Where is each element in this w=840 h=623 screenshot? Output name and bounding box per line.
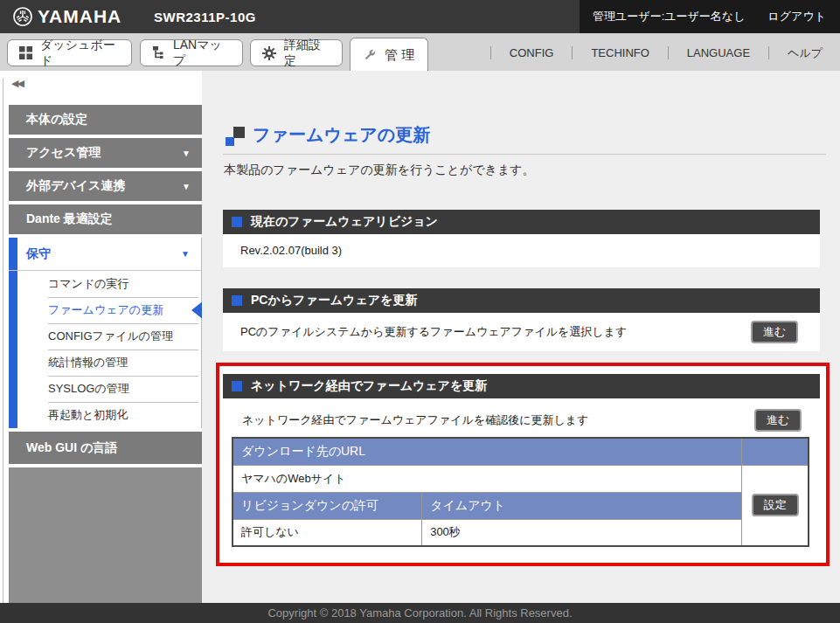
section-update-via-network-highlighted: ネットワーク経由でファームウェアを更新 ネットワーク経由でファームウェアファイル…: [216, 363, 830, 566]
revision-down-header: リビジョンダウンの許可: [233, 492, 422, 519]
link-separator: [668, 46, 669, 59]
tab-lan-map-label: LANマップ: [173, 38, 231, 69]
timeout-value: 300秒: [422, 519, 742, 546]
tab-management[interactable]: 管 理: [350, 38, 428, 72]
tab-dashboard[interactable]: ダッシュボード: [7, 39, 132, 66]
techinfo-link[interactable]: TECHINFO: [586, 46, 654, 59]
copyright-text: Copyright © 2018 Yamaha Corporation. All…: [267, 606, 572, 620]
sidebar-maintenance-group: 保守 ▼ コマンドの実行 ファームウェアの更新 CONFIGファイルの管理 統計…: [9, 238, 202, 428]
link-separator: [490, 46, 491, 59]
sidebar-item-label: 保守: [26, 246, 51, 262]
wrench-icon: [362, 48, 377, 63]
main-content: ファームウェアの更新 本製品のファームウェアの更新を行うことができます。 現在の…: [202, 71, 840, 603]
tab-management-label: 管 理: [385, 47, 414, 64]
firmware-revision-value: Rev.2.02.07(build 3): [223, 234, 820, 267]
network-update-proceed-button[interactable]: 進む: [754, 409, 802, 432]
page-title: ファームウェアの更新: [253, 123, 430, 147]
chevron-down-icon: ▼: [182, 182, 191, 191]
submenu-item-firmware-update[interactable]: ファームウェアの更新: [9, 297, 201, 323]
page-description: 本製品のファームウェアの更新を行うことができます。: [224, 163, 535, 178]
network-update-description: ネットワーク経由でファームウェアファイルを確認後に更新します: [242, 412, 588, 428]
set-button[interactable]: 設定: [752, 494, 799, 516]
chevron-down-icon: ▼: [182, 149, 191, 158]
device-model-name: SWR2311P-10G: [154, 0, 256, 33]
tab-bar: ダッシュボード LANマップ: [0, 33, 840, 71]
timeout-header: タイムアウト: [422, 492, 742, 519]
sidebar: ◀◀ 本体の設定 アクセス管理 ▼ 外部デバイス連携 ▼ Dante 最適設定 …: [0, 71, 202, 603]
sidebar-item-system-settings[interactable]: 本体の設定: [9, 105, 202, 135]
section-bullet-icon: [232, 217, 242, 227]
page-title-squares-icon: [226, 127, 245, 146]
gear-icon: [262, 46, 276, 60]
tab-advanced-settings-label: 詳細設定: [284, 38, 330, 69]
pc-update-proceed-button[interactable]: 進む: [751, 321, 798, 343]
sidebar-item-access-management[interactable]: アクセス管理 ▼: [9, 138, 202, 168]
language-link[interactable]: LANGUAGE: [682, 46, 755, 59]
yamaha-logo: YAMAHA: [12, 0, 121, 33]
sidebar-item-label: Web GUI の言語: [26, 440, 117, 456]
table-header-spacer: [742, 438, 809, 465]
submenu-item-statistics[interactable]: 統計情報の管理: [9, 350, 201, 376]
tab-advanced-settings[interactable]: 詳細設定: [250, 39, 343, 66]
lan-map-tree-icon: [152, 46, 165, 59]
section-bullet-icon: [232, 295, 242, 306]
section-title: PCからファームウェアを更新: [251, 293, 417, 308]
config-link[interactable]: CONFIG: [504, 46, 559, 59]
download-url-value: ヤマハのWebサイト: [233, 465, 742, 492]
section-current-firmware-revision: 現在のファームウェアリビジョン Rev.2.02.07(build 3): [223, 210, 820, 267]
tab-dashboard-label: ダッシュボード: [40, 38, 120, 69]
sidebar-collapse-icon[interactable]: ◀◀: [11, 78, 23, 89]
section-title: 現在のファームウェアリビジョン: [251, 214, 438, 230]
sidebar-item-maintenance[interactable]: 保守 ▼: [9, 238, 201, 271]
logout-link[interactable]: ログアウト: [767, 9, 826, 24]
set-button-cell: 設定: [742, 465, 809, 546]
footer: Copyright © 2018 Yamaha Corporation. All…: [0, 603, 840, 623]
sidebar-item-webgui-language[interactable]: Web GUI の言語: [9, 432, 202, 464]
network-update-settings-table: ダウンロード先のURL ヤマハのWebサイト 設定 リビジョンダウンの許可 タイ…: [232, 437, 809, 547]
submenu-item-command-execution[interactable]: コマンドの実行: [9, 271, 201, 297]
section-bullet-icon: [232, 381, 242, 391]
brand-name: YAMAHA: [38, 6, 121, 27]
link-separator: [572, 46, 573, 59]
admin-user-label: 管理ユーザー:ユーザー名なし: [593, 9, 745, 24]
chevron-down-icon: ▼: [181, 249, 190, 259]
sidebar-item-label: Dante 最適設定: [26, 211, 113, 227]
section-title: ネットワーク経由でファームウェアを更新: [251, 378, 487, 394]
sidebar-item-label: 本体の設定: [26, 112, 87, 128]
download-url-header: ダウンロード先のURL: [233, 438, 742, 465]
dashboard-icon: [19, 46, 32, 59]
submenu-item-syslog[interactable]: SYSLOGの管理: [9, 376, 201, 402]
link-separator: [768, 46, 769, 59]
help-link[interactable]: ヘルプ: [782, 45, 828, 61]
title-divider: [223, 154, 826, 155]
sidebar-item-external-device[interactable]: 外部デバイス連携 ▼: [9, 171, 202, 201]
yamaha-tuning-fork-icon: [12, 6, 33, 27]
sidebar-filler: [9, 467, 202, 604]
sidebar-item-dante[interactable]: Dante 最適設定: [9, 204, 202, 234]
revision-down-value: 許可しない: [233, 519, 422, 546]
sidebar-item-label: アクセス管理: [26, 145, 101, 161]
pc-update-description: PCのファイルシステムから更新するファームウェアファイルを選択します: [240, 324, 627, 340]
submenu-item-restart-initialize[interactable]: 再起動と初期化: [9, 402, 201, 428]
submenu-item-config-file[interactable]: CONFIGファイルの管理: [9, 323, 201, 350]
top-bar: YAMAHA SWR2311P-10G 管理ユーザー:ユーザー名なし ログアウト: [0, 0, 840, 33]
tab-lan-map[interactable]: LANマップ: [140, 39, 243, 66]
sidebar-item-label: 外部デバイス連携: [26, 178, 125, 194]
section-update-from-pc: PCからファームウェアを更新 PCのファイルシステムから更新するファームウェアフ…: [223, 288, 820, 351]
